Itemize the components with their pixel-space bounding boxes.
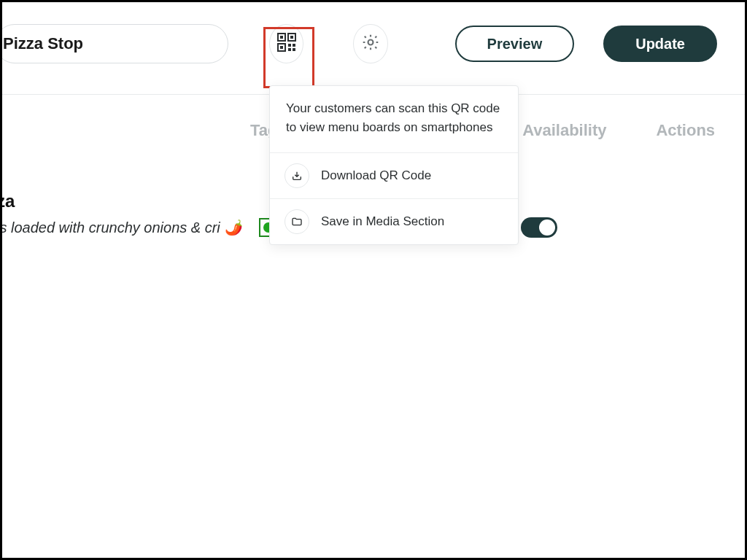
svg-rect-3 (290, 36, 293, 39)
svg-rect-8 (288, 48, 291, 51)
save-media-item[interactable]: Save in Media Section (270, 199, 518, 244)
svg-rect-9 (293, 48, 295, 51)
item-description: is loaded with crunchy onions & cri (0, 219, 220, 236)
top-bar: Preview Update (2, 2, 745, 85)
col-actions: Actions (656, 121, 730, 140)
save-media-label: Save in Media Section (321, 214, 444, 229)
col-availability: Availability (522, 121, 616, 140)
gear-icon (361, 33, 380, 55)
popover-description: Your customers can scan this QR code to … (270, 86, 518, 153)
qr-code-button[interactable] (269, 24, 303, 63)
preview-button[interactable]: Preview (455, 26, 575, 62)
qr-code-icon (277, 33, 296, 55)
svg-rect-5 (280, 46, 283, 49)
chili-icon: 🌶️ (225, 219, 243, 236)
availability-toggle[interactable] (521, 217, 557, 238)
qr-popover: Your customers can scan this QR code to … (269, 85, 519, 245)
folder-icon (285, 209, 309, 234)
update-button[interactable]: Update (603, 26, 717, 62)
svg-rect-1 (280, 36, 283, 39)
svg-rect-6 (288, 44, 291, 47)
download-qr-label: Download QR Code (321, 168, 431, 183)
menu-name-input[interactable] (0, 24, 228, 63)
download-qr-item[interactable]: Download QR Code (270, 153, 518, 199)
settings-button[interactable] (353, 24, 387, 63)
svg-rect-7 (293, 44, 295, 47)
svg-point-10 (368, 40, 373, 45)
download-icon (285, 163, 309, 188)
